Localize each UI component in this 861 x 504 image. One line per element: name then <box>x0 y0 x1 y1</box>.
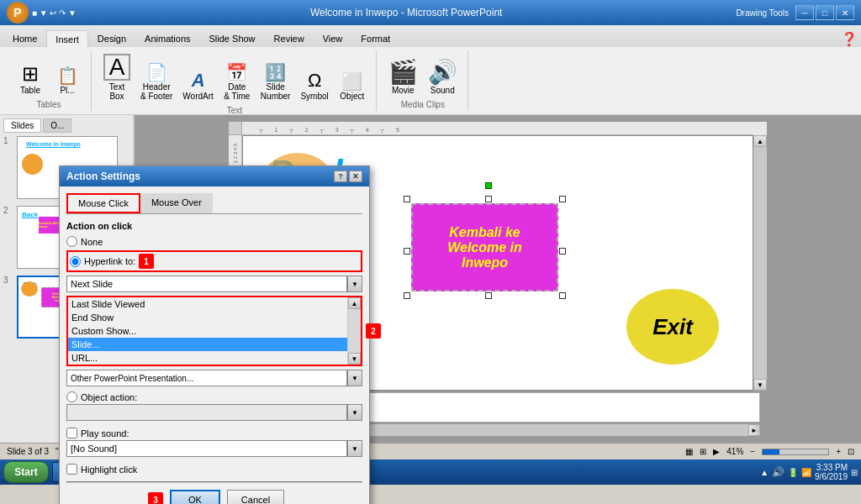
tab-insert[interactable]: Insert <box>46 30 88 48</box>
annotation-2: 2 <box>366 323 381 339</box>
ok-button[interactable]: OK <box>170 490 220 504</box>
play-sound-row: Play sound: <box>66 428 362 438</box>
table-icon: ⊞ <box>22 64 39 84</box>
zoom-slider[interactable] <box>762 449 829 455</box>
tab-home[interactable]: Home <box>3 29 46 47</box>
list-item-url[interactable]: URL... <box>68 351 347 365</box>
movie-icon: 🎬 <box>388 60 418 84</box>
sound-arrow[interactable]: ▼ <box>347 440 362 457</box>
object-action-input <box>66 404 347 421</box>
none-option-row: None <box>66 236 362 247</box>
tab-format[interactable]: Format <box>351 29 399 47</box>
mouse-click-tab[interactable]: Mouse Click <box>66 193 140 213</box>
mouse-click-label: Mouse Click <box>78 198 129 208</box>
action-settings-dialog: Action Settings ? ✕ Mouse Click Mouse Ov… <box>59 165 370 504</box>
dialog-divider <box>66 481 362 483</box>
clock-date: 9/6/2019 <box>815 472 848 481</box>
object-action-radio[interactable] <box>66 391 77 402</box>
view-normal-icon[interactable]: ▦ <box>685 447 693 456</box>
ribbon-group-text: A TextBox 📄 Header& Footer A WordArt 📅 D… <box>93 50 377 111</box>
wordart-button[interactable]: A WordArt <box>179 70 217 102</box>
hyperlink-option-row: Hyperlink to: 1 <box>66 250 362 272</box>
view-presentation-icon[interactable]: ▶ <box>713 447 720 456</box>
object-action-arrow[interactable]: ▼ <box>347 404 362 421</box>
tab-view[interactable]: View <box>314 29 352 47</box>
movie-label: Movie <box>392 86 415 95</box>
dialog-tabs: Mouse Click Mouse Over <box>66 193 362 214</box>
movie-button[interactable]: 🎬 Movie <box>385 59 421 97</box>
highlight-click-row: Highlight click <box>66 464 362 475</box>
none-radio[interactable] <box>66 236 77 247</box>
placeholder-label: Pl... <box>60 86 74 95</box>
view-slide-sorter-icon[interactable]: ⊞ <box>700 447 706 456</box>
hyperlink-label: Hyperlink to: <box>84 256 135 266</box>
title-bar-controls[interactable]: ─ □ ✕ <box>795 5 854 20</box>
date-time-button[interactable]: 📅 Date& Time <box>220 62 254 102</box>
maximize-button[interactable]: □ <box>816 5 834 20</box>
tab-design[interactable]: Design <box>88 29 135 47</box>
tab-review[interactable]: Review <box>265 29 314 47</box>
tab-animations[interactable]: Animations <box>135 29 199 47</box>
list-item-end-show[interactable]: End Show <box>68 311 347 324</box>
highlight-click-checkbox[interactable] <box>66 464 77 475</box>
text-group-label: Text <box>227 104 242 115</box>
mouse-over-tab[interactable]: Mouse Over <box>140 193 213 213</box>
slide-number-button[interactable]: 🔢 SlideNumber <box>257 62 294 102</box>
sound-dropdown-row: ▼ <box>66 440 362 457</box>
sound-input[interactable] <box>66 440 347 457</box>
office-logo: P <box>7 2 29 24</box>
symbol-button[interactable]: Ω Symbol <box>297 70 331 102</box>
symbol-label: Symbol <box>300 92 328 101</box>
close-button[interactable]: ✕ <box>836 5 854 20</box>
play-sound-checkbox[interactable] <box>66 428 77 438</box>
ribbon-content: ⊞ Table 📋 Pl... Tables A TextBox 📄 Hea <box>0 47 861 114</box>
start-button[interactable]: Start <box>3 461 49 483</box>
placeholder-icon: 📋 <box>57 67 78 84</box>
hyperlink-list: Last Slide Viewed End Show Custom Show..… <box>68 297 347 365</box>
play-sound-label: Play sound: <box>81 428 129 438</box>
date-time-icon: 📅 <box>226 64 247 81</box>
other-presentation-input[interactable] <box>66 370 347 386</box>
dialog-close-button[interactable]: ✕ <box>349 171 362 182</box>
tab-slideshow[interactable]: Slide Show <box>200 29 265 47</box>
list-item-custom[interactable]: Custom Show... <box>68 324 347 338</box>
symbol-icon: Ω <box>308 71 321 90</box>
action-section-label: Action on click <box>66 221 362 231</box>
drawing-tools-label: Drawing Tools <box>736 8 789 18</box>
zoom-in-icon[interactable]: + <box>836 447 841 456</box>
list-scroll-up[interactable]: ▲ <box>348 297 361 309</box>
ribbon-group-text-items: A TextBox 📄 Header& Footer A WordArt 📅 D… <box>100 52 369 104</box>
placeholder-button[interactable]: 📋 Pl... <box>50 66 84 97</box>
ribbon-tabs: Home Insert Design Animations Slide Show… <box>0 25 861 47</box>
dialog-title-text: Action Settings <box>66 171 140 182</box>
ribbon: Home Insert Design Animations Slide Show… <box>0 25 861 115</box>
hyperlink-radio[interactable] <box>70 256 81 267</box>
taskbar-system-tray: ▲ 🔊 🔋 📶 3:33 PM 9/6/2019 ⊞ <box>760 463 858 481</box>
zoom-level: 41% <box>726 447 743 456</box>
object-button[interactable]: ⬜ Object <box>335 71 369 102</box>
table-label: Table <box>20 86 40 95</box>
other-presentation-arrow[interactable]: ▼ <box>347 370 362 386</box>
wordart-label: WordArt <box>182 92 214 101</box>
text-box-button[interactable]: A TextBox <box>100 52 134 102</box>
cancel-button[interactable]: Cancel <box>227 490 284 504</box>
sound-button[interactable]: 🔊 Sound <box>425 59 461 97</box>
table-button[interactable]: ⊞ Table <box>13 62 47 97</box>
minimize-button[interactable]: ─ <box>795 5 814 20</box>
hyperlink-dropdown-arrow[interactable]: ▼ <box>347 276 362 292</box>
list-item-slide[interactable]: Slide... <box>68 338 347 351</box>
help-icon[interactable]: ❓ <box>841 31 858 47</box>
wordart-icon: A <box>192 71 205 90</box>
list-scroll-down[interactable]: ▼ <box>348 353 361 365</box>
dialog-title-buttons: ? ✕ <box>334 171 362 182</box>
other-presentation-row: ▼ <box>66 370 362 386</box>
dialog-help-button[interactable]: ? <box>334 171 347 182</box>
hyperlink-dropdown-row: ▼ <box>66 276 362 292</box>
header-footer-button[interactable]: 📄 Header& Footer <box>137 62 176 102</box>
ribbon-group-tables: ⊞ Table 📋 Pl... Tables <box>7 50 92 111</box>
list-item-last-slide[interactable]: Last Slide Viewed <box>68 297 347 311</box>
fit-icon[interactable]: ⊡ <box>848 447 854 456</box>
object-action-label: Object action: <box>81 392 137 402</box>
zoom-out-icon[interactable]: − <box>750 447 755 456</box>
hyperlink-current-input[interactable] <box>66 276 347 292</box>
